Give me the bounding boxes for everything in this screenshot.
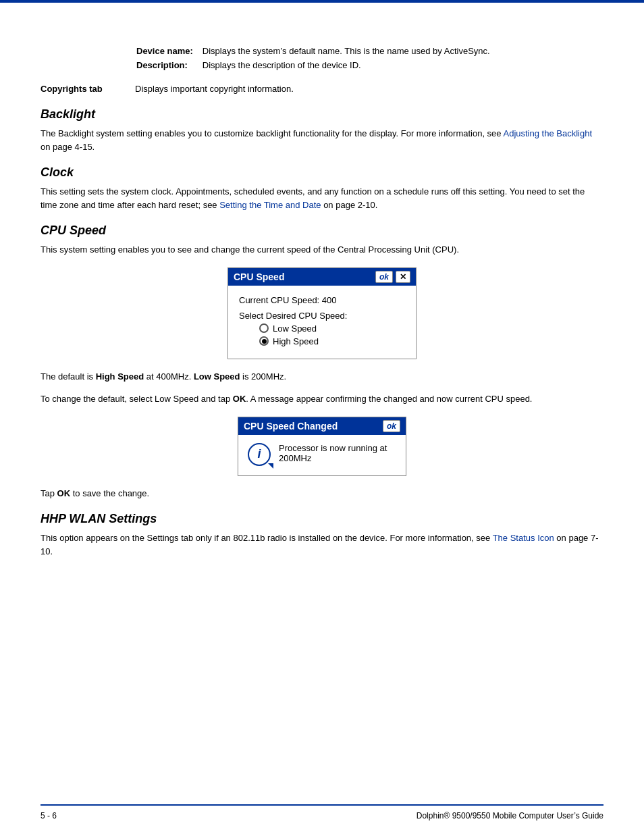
cpu-changed-ok-button[interactable]: ok xyxy=(383,420,400,432)
dialog-controls: ok ✕ xyxy=(375,271,410,283)
device-name-label: Device name: xyxy=(136,45,201,57)
high-speed-bold: High Speed xyxy=(96,371,144,382)
cpu-speed-heading: CPU Speed xyxy=(41,224,603,238)
cpu-changed-titlebar: CPU Speed Changed ok xyxy=(238,417,406,435)
description-label: Description: xyxy=(136,59,201,72)
info-icon: i xyxy=(248,443,271,466)
clock-heading: Clock xyxy=(41,165,603,180)
high-speed-radio-row: High Speed xyxy=(259,336,405,346)
low-speed-label: Low Speed xyxy=(273,323,317,334)
cpu-changed-title: CPU Speed Changed xyxy=(244,421,338,432)
change-default-text: To change the default, select Low Speed … xyxy=(41,392,603,406)
cpu-speed-dialog-titlebar: CPU Speed ok ✕ xyxy=(228,268,416,286)
low-speed-bold: Low Speed xyxy=(194,371,240,382)
device-name-value: Displays the system’s default name. This… xyxy=(203,45,490,57)
current-cpu-speed: Current CPU Speed: 400 xyxy=(239,295,405,305)
dialog-ok-button[interactable]: ok xyxy=(375,271,393,283)
page-content: Device name: Displays the system’s defau… xyxy=(0,16,644,608)
page-footer: 5 - 6 Dolphin® 9500/9550 Mobile Computer… xyxy=(41,804,603,820)
section-hhp-wlan: HHP WLAN Settings This option appears on… xyxy=(41,512,603,558)
footer-title: Dolphin® 9500/9550 Mobile Computer User’… xyxy=(417,811,603,820)
copyrights-text: Displays important copyright information… xyxy=(135,84,603,94)
copyrights-label: Copyrights tab xyxy=(41,84,135,94)
section-clock: Clock This setting sets the system clock… xyxy=(41,165,603,211)
backlight-body: The Backlight system setting enables you… xyxy=(41,127,603,153)
hhp-wlan-body: This option appears on the Settings tab … xyxy=(41,531,603,558)
cpu-speed-dialog-body: Current CPU Speed: 400 Select Desired CP… xyxy=(228,286,416,359)
hhp-wlan-heading: HHP WLAN Settings xyxy=(41,512,603,526)
backlight-link[interactable]: Adjusting the Backlight xyxy=(503,128,592,138)
description-value: Displays the description of the device I… xyxy=(203,59,490,72)
section-cpu-speed: CPU Speed This system setting enables yo… xyxy=(41,224,603,500)
top-border xyxy=(0,0,644,3)
high-speed-label: High Speed xyxy=(273,336,319,346)
copyrights-row: Copyrights tab Displays important copyri… xyxy=(41,84,603,94)
cpu-speed-dialog-title: CPU Speed xyxy=(234,271,284,282)
table-row: Description: Displays the description of… xyxy=(136,59,490,72)
tap-ok-text: Tap OK to save the change. xyxy=(41,487,603,500)
table-row: Device name: Displays the system’s defau… xyxy=(136,45,490,57)
footer-page-number: 5 - 6 xyxy=(41,811,57,820)
section-backlight: Backlight The Backlight system setting e… xyxy=(41,107,603,153)
hhp-wlan-link[interactable]: The Status Icon xyxy=(493,533,554,543)
low-speed-radio[interactable] xyxy=(259,323,269,333)
default-speed-text: The default is High Speed at 400MHz. Low… xyxy=(41,370,603,384)
cpu-changed-message: Processor is now running at 200MHz xyxy=(279,443,396,463)
device-info-table: Device name: Displays the system’s defau… xyxy=(135,43,491,73)
cpu-speed-changed-dialog: CPU Speed Changed ok i Processor is now … xyxy=(238,417,406,476)
dialog-close-button[interactable]: ✕ xyxy=(396,271,410,283)
cpu-changed-body: i Processor is now running at 200MHz xyxy=(238,435,406,475)
clock-body: This setting sets the system clock. Appo… xyxy=(41,185,603,211)
clock-link[interactable]: Setting the Time and Date xyxy=(219,200,321,210)
backlight-heading: Backlight xyxy=(41,107,603,122)
info-icon-tail xyxy=(268,463,273,469)
cpu-speed-body: This system setting enables you to see a… xyxy=(41,243,603,257)
cpu-speed-dialog: CPU Speed ok ✕ Current CPU Speed: 400 Se… xyxy=(227,267,417,359)
tap-ok-bold: OK xyxy=(57,488,71,498)
ok-bold: OK xyxy=(233,394,246,404)
select-cpu-speed-label: Select Desired CPU Speed: xyxy=(239,311,405,321)
high-speed-radio[interactable] xyxy=(259,336,269,346)
low-speed-radio-row: Low Speed xyxy=(259,323,405,334)
